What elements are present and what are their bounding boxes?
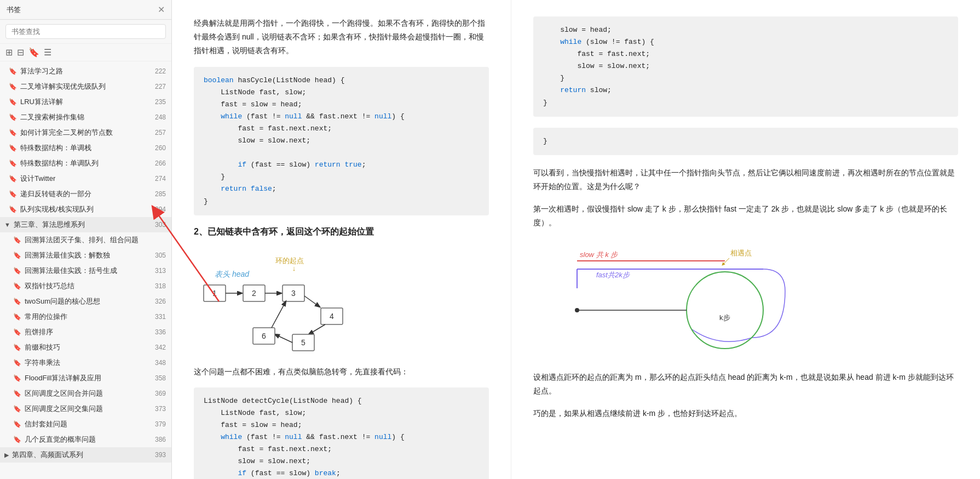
bookmark-list-item[interactable]: 🔖二叉堆详解实现优先级队列227	[0, 79, 171, 94]
bookmark-list-item[interactable]: 🔖队列实现栈/栈实现队列294	[0, 202, 171, 217]
bookmark-list-item[interactable]: 🔖回溯算法最佳实践：解数独305	[0, 248, 171, 263]
bookmark-label: 字符串乘法	[25, 358, 147, 368]
bookmark-icon-item: 🔖	[13, 359, 21, 367]
bookmark-icon-item: 🔖	[13, 420, 21, 428]
bookmark-page: 318	[151, 282, 166, 290]
svg-line-20	[272, 301, 286, 328]
bookmark-section-item[interactable]: ▶第四章、高频面试系列393	[0, 447, 171, 463]
explanation4: 巧的是，如果从相遇点继续前进 k-m 步，也恰好到达环起点。	[533, 407, 958, 420]
bookmark-icon-item: 🔖	[13, 390, 21, 397]
bookmark-icon-item: 🔖	[13, 236, 21, 244]
bookmark-page: 248	[151, 113, 166, 121]
bookmark-page: 260	[151, 144, 166, 152]
search-input[interactable]	[5, 24, 166, 39]
bookmark-list-item[interactable]: 🔖几个反直觉的概率问题386	[0, 432, 171, 447]
bookmark-icon-item: 🔖	[9, 113, 17, 121]
code-block-2: ListNode detectCycle(ListNode head) { Li…	[194, 387, 489, 479]
bookmark-list-item[interactable]: 🔖前缀和技巧342	[0, 340, 171, 355]
explanation2: 第一次相遇时，假设慢指针 slow 走了 k 步，那么快指针 fast 一定走了…	[533, 202, 958, 230]
bookmark-icon-item: 🔖	[9, 175, 17, 183]
bookmark-label: 前缀和技巧	[25, 343, 147, 352]
bookmark-icon-item: 🔖	[9, 67, 17, 75]
bookmark-list-item[interactable]: 🔖特殊数据结构：单调栈260	[0, 140, 171, 156]
bookmark-page: 331	[151, 313, 166, 321]
explanation1: 可以看到，当快慢指针相遇时，让其中任一个指针指向头节点，然后让它俩以相同速度前进…	[533, 166, 958, 193]
bookmark-icon-item: 🔖	[9, 98, 17, 106]
bookmark-icon-item: 🔖	[9, 206, 17, 213]
bookmark-list-item[interactable]: 🔖煎饼排序336	[0, 324, 171, 340]
bookmark-page: 266	[151, 159, 166, 167]
bookmark-page: 257	[151, 129, 166, 136]
bookmark-list: 🔖算法学习之路222🔖二叉堆详解实现优先级队列227🔖LRU算法详解235🔖二叉…	[0, 61, 171, 479]
bookmark-page: 373	[151, 405, 166, 413]
bookmark-label: 设计Twitter	[20, 174, 147, 184]
bookmark-page: 313	[151, 267, 166, 275]
bookmark-label: 回溯算法最佳实践：括号生成	[25, 266, 147, 276]
bookmark-list-item[interactable]: 🔖递归反转链表的一部分285	[0, 186, 171, 202]
bookmark-page: 386	[151, 436, 166, 443]
bookmark-list-item[interactable]: 🔖信封套娃问题379	[0, 417, 171, 432]
search-bar	[0, 20, 171, 44]
svg-text:fast共2k步: fast共2k步	[596, 271, 630, 279]
bookmark-page: 336	[151, 328, 166, 336]
bookmark-page: 305	[151, 252, 166, 259]
bookmark-list-item[interactable]: 🔖LRU算法详解235	[0, 94, 171, 110]
bookmark-list-item[interactable]: 🔖如何计算完全二叉树的节点数257	[0, 125, 171, 140]
bookmark-list-item[interactable]: 🔖回溯算法团灭子集、排列、组合问题	[0, 232, 171, 248]
collapse-icon[interactable]: ⊟	[17, 47, 24, 58]
bookmark-label: 如何计算完全二叉树的节点数	[20, 128, 147, 138]
bookmark-list-item[interactable]: 🔖区间调度之区间合并问题369	[0, 386, 171, 401]
chevron-icon: ▶	[4, 452, 9, 459]
bookmark-list-item[interactable]: 🔖FloodFill算法详解及应用358	[0, 370, 171, 386]
bookmark-page: 222	[151, 67, 166, 75]
bookmark-list-item[interactable]: 🔖区间调度之区间交集问题373	[0, 401, 171, 417]
bookmark-icon-item: 🔖	[9, 83, 17, 90]
svg-text:5: 5	[301, 338, 305, 347]
circle-diagram: slow 共 k 步 fast共2k步 相遇点 k步	[533, 239, 958, 360]
bookmark-list-item[interactable]: 🔖twoSum问题的核心思想326	[0, 294, 171, 309]
bookmark-list-item[interactable]: 🔖算法学习之路222	[0, 64, 171, 79]
svg-text:6: 6	[262, 332, 266, 340]
bookmark-page: 285	[151, 190, 166, 198]
svg-line-27	[722, 258, 729, 265]
bookmark-list-item[interactable]: 🔖回溯算法最佳实践：括号生成313	[0, 263, 171, 278]
expand-icon[interactable]: ⊞	[5, 47, 13, 58]
bookmark-list-item[interactable]: 🔖常用的位操作331	[0, 309, 171, 324]
content-right: slow = head; while (slow != fast) { fast…	[511, 0, 980, 479]
bookmark-page: 227	[151, 83, 166, 90]
close-icon[interactable]: ✕	[158, 4, 165, 15]
bookmark-label: 二叉堆详解实现优先级队列	[20, 82, 147, 92]
svg-text:2: 2	[252, 289, 256, 298]
list-icon[interactable]: ☰	[44, 47, 51, 58]
explanation3: 设相遇点距环的起点的距离为 m，那么环的起点距头结点 head 的距离为 k-m…	[533, 370, 958, 398]
bookmark-label: 回溯算法最佳实践：解数独	[25, 250, 147, 260]
bookmark-icon-item: 🔖	[13, 298, 21, 305]
bookmark-list-item[interactable]: 🔖双指针技巧总结318	[0, 278, 171, 294]
bookmark-section-item[interactable]: ▼第三章、算法思维系列303	[0, 217, 171, 232]
section-page: 303	[151, 221, 166, 229]
svg-line-14	[309, 324, 325, 334]
bookmark-icon-item: 🔖	[13, 328, 21, 336]
svg-text:相遇点: 相遇点	[730, 249, 752, 257]
bookmark-list-item[interactable]: 🔖设计Twitter274	[0, 171, 171, 186]
sidebar-title: 书签	[7, 5, 21, 15]
svg-text:环的起点: 环的起点	[275, 256, 304, 265]
section-label: 第三章、算法思维系列	[14, 220, 151, 230]
svg-text:↓: ↓	[292, 264, 296, 272]
svg-text:slow 共 k 步: slow 共 k 步	[580, 250, 618, 259]
bookmark-list-item[interactable]: 🔖二叉搜索树操作集锦248	[0, 110, 171, 125]
bookmark-page: 358	[151, 374, 166, 382]
bookmark-label: 煎饼排序	[25, 327, 147, 337]
bookmark-icon-item: 🔖	[13, 252, 21, 259]
svg-text:表头 head: 表头 head	[215, 270, 250, 278]
closing-brace: }	[533, 128, 958, 155]
bookmark-list-item[interactable]: 🔖特殊数据结构：单调队列266	[0, 156, 171, 171]
bookmark-icon-item: 🔖	[13, 267, 21, 275]
svg-text:k步: k步	[719, 313, 730, 322]
code-block-1: boolean hasCycle(ListNode head) { ListNo…	[194, 67, 489, 215]
bookmark-icon-item: 🔖	[13, 282, 21, 290]
bookmark-list-item[interactable]: 🔖字符串乘法348	[0, 355, 171, 370]
svg-point-30	[575, 308, 579, 312]
section2-title: 2、已知链表中含有环，返回这个环的起始位置	[194, 226, 489, 238]
bookmark-icon[interactable]: 🔖	[28, 47, 39, 58]
